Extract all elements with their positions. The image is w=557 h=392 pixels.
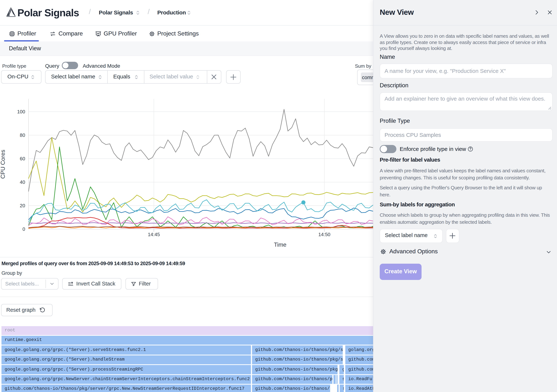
svg-text:20: 20 <box>20 203 25 208</box>
svg-text:CPU Cores: CPU Cores <box>0 150 6 179</box>
svg-text:80: 80 <box>20 132 25 138</box>
svg-text:100: 100 <box>17 109 25 114</box>
svg-text:60: 60 <box>20 156 25 161</box>
svg-text:40: 40 <box>20 179 25 185</box>
svg-text:0: 0 <box>23 226 25 232</box>
svg-text:Time: Time <box>274 241 287 248</box>
svg-text:14:50: 14:50 <box>318 232 330 237</box>
svg-text:14:45: 14:45 <box>148 232 160 237</box>
